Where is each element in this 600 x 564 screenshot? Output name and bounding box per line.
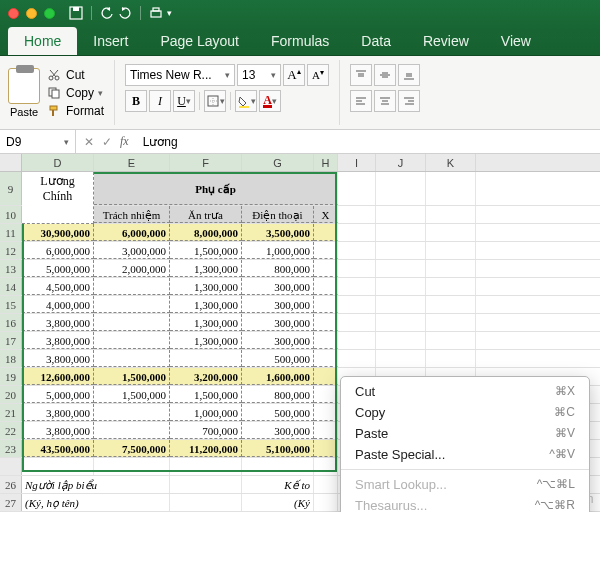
cell[interactable]: 1,500,000 — [170, 242, 242, 259]
ctx-paste-special[interactable]: Paste Special...^⌘V — [341, 444, 589, 465]
cell[interactable]: 300,000 — [242, 278, 314, 295]
cell[interactable] — [94, 422, 170, 439]
cell[interactable]: (Ký — [242, 494, 314, 511]
cell[interactable]: LươngChính — [22, 172, 94, 224]
col-header[interactable]: F — [170, 154, 242, 171]
cell[interactable] — [314, 458, 338, 475]
tab-insert[interactable]: Insert — [77, 27, 144, 55]
row-header[interactable]: 16 — [0, 314, 22, 331]
row-header[interactable]: 14 — [0, 278, 22, 295]
col-header[interactable]: E — [94, 154, 170, 171]
row-header[interactable]: 15 — [0, 296, 22, 313]
cell[interactable] — [376, 350, 426, 367]
row-header[interactable]: 20 — [0, 386, 22, 403]
cell[interactable] — [426, 206, 476, 223]
cell[interactable]: 7,500,000 — [94, 440, 170, 457]
cell[interactable] — [376, 242, 426, 259]
cell[interactable] — [314, 422, 338, 439]
cell[interactable]: 43,500,000 — [22, 440, 94, 457]
cell[interactable] — [426, 278, 476, 295]
cell[interactable]: 6,000,000 — [22, 242, 94, 259]
cell[interactable]: 8,000,000 — [170, 224, 242, 241]
font-size-combo[interactable]: 13▾ — [237, 64, 281, 86]
decrease-font-button[interactable]: A▾ — [307, 64, 329, 86]
cell[interactable] — [314, 386, 338, 403]
cell[interactable] — [376, 172, 426, 205]
cell[interactable] — [376, 224, 426, 241]
cell[interactable]: Điện thoại — [242, 206, 314, 223]
cell[interactable]: 300,000 — [242, 296, 314, 313]
col-header[interactable]: H — [314, 154, 338, 171]
cell[interactable] — [170, 350, 242, 367]
cut-button[interactable]: Cut — [46, 67, 104, 83]
cell[interactable]: 1,300,000 — [170, 278, 242, 295]
cell[interactable] — [94, 278, 170, 295]
fx-icon[interactable]: fx — [120, 134, 129, 149]
cell[interactable]: 700,000 — [170, 422, 242, 439]
cell[interactable]: Trách nhiệm — [94, 206, 170, 223]
ctx-copy[interactable]: Copy⌘C — [341, 402, 589, 423]
cancel-icon[interactable]: ✕ — [84, 135, 94, 149]
cell[interactable] — [242, 458, 314, 475]
cell[interactable]: 3,800,000 — [22, 404, 94, 421]
cell[interactable] — [338, 242, 376, 259]
cell[interactable]: 1,300,000 — [170, 260, 242, 277]
cell[interactable] — [170, 476, 242, 493]
cell[interactable] — [314, 296, 338, 313]
cell[interactable]: (Ký, họ tên) — [22, 494, 170, 511]
fill-color-button[interactable]: ▾ — [235, 90, 257, 112]
col-header[interactable]: D — [22, 154, 94, 171]
cell[interactable]: 1,000,000 — [170, 404, 242, 421]
cell[interactable]: 3,800,000 — [22, 314, 94, 331]
cell[interactable]: 6,000,000 — [94, 224, 170, 241]
cell[interactable] — [426, 350, 476, 367]
cell[interactable] — [376, 278, 426, 295]
cell[interactable]: 500,000 — [242, 350, 314, 367]
cell[interactable] — [314, 332, 338, 349]
cell[interactable] — [426, 242, 476, 259]
font-color-button[interactable]: A▾ — [259, 90, 281, 112]
align-center-button[interactable] — [374, 90, 396, 112]
cell[interactable] — [94, 314, 170, 331]
copy-button[interactable]: Copy▾ — [46, 85, 104, 101]
cell[interactable] — [94, 332, 170, 349]
cell[interactable] — [338, 296, 376, 313]
cell[interactable] — [338, 224, 376, 241]
cell[interactable]: 3,200,000 — [170, 368, 242, 385]
row-header[interactable]: 12 — [0, 242, 22, 259]
cell[interactable]: 1,000,000 — [242, 242, 314, 259]
cell[interactable]: 800,000 — [242, 386, 314, 403]
cell[interactable] — [314, 350, 338, 367]
align-top-button[interactable] — [350, 64, 372, 86]
align-right-button[interactable] — [398, 90, 420, 112]
cell[interactable] — [314, 242, 338, 259]
tab-review[interactable]: Review — [407, 27, 485, 55]
bold-button[interactable]: B — [125, 90, 147, 112]
cell[interactable]: 1,500,000 — [170, 386, 242, 403]
borders-button[interactable]: ▾ — [204, 90, 226, 112]
cell[interactable] — [426, 224, 476, 241]
cell[interactable] — [314, 224, 338, 241]
cell[interactable]: 3,500,000 — [242, 224, 314, 241]
row-header[interactable]: 19 — [0, 368, 22, 385]
cell[interactable] — [314, 368, 338, 385]
cell[interactable]: 5,100,000 — [242, 440, 314, 457]
undo-icon[interactable] — [100, 6, 114, 20]
tab-view[interactable]: View — [485, 27, 547, 55]
cell[interactable] — [314, 440, 338, 457]
formula-input[interactable]: Lương — [137, 135, 178, 149]
enter-icon[interactable]: ✓ — [102, 135, 112, 149]
cell[interactable] — [314, 278, 338, 295]
cell[interactable] — [22, 458, 94, 475]
cell[interactable] — [170, 458, 242, 475]
window-minimize-button[interactable] — [26, 8, 37, 19]
cell[interactable]: Người lập biểu — [22, 476, 170, 493]
tab-formulas[interactable]: Formulas — [255, 27, 345, 55]
row-header[interactable]: 11 — [0, 224, 22, 241]
tab-data[interactable]: Data — [345, 27, 407, 55]
format-painter-button[interactable]: Format — [46, 103, 104, 119]
cell[interactable]: 2,000,000 — [94, 260, 170, 277]
cell[interactable]: 300,000 — [242, 314, 314, 331]
cell[interactable] — [376, 206, 426, 223]
cell[interactable] — [338, 350, 376, 367]
